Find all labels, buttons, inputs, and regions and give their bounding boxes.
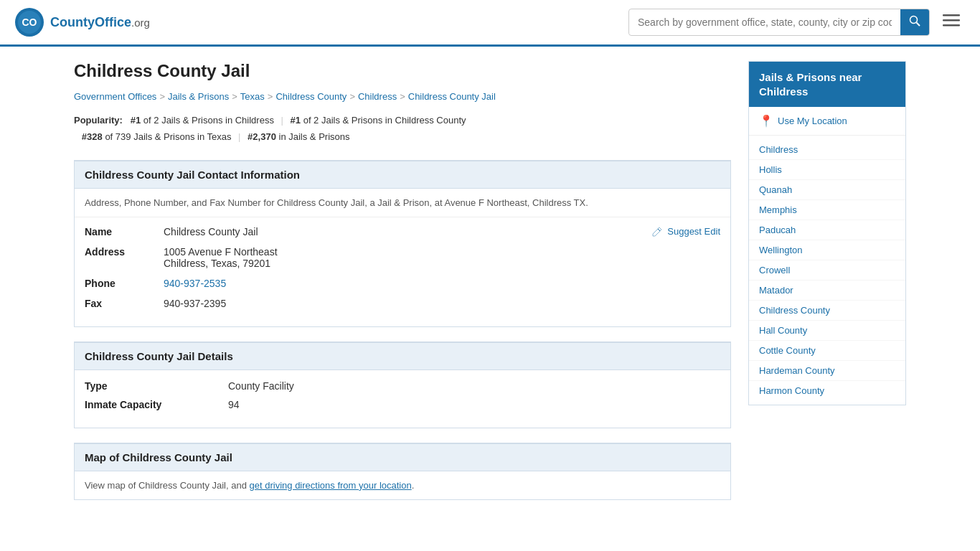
- directions-link[interactable]: get driving directions from your locatio…: [250, 480, 412, 491]
- popularity-section: Popularity: #1 of 2 Jails & Prisons in C…: [74, 112, 731, 146]
- sidebar-link-memphis[interactable]: Memphis: [749, 200, 905, 220]
- svg-point-3: [910, 17, 918, 24]
- suggest-edit-label: Suggest Edit: [667, 226, 720, 237]
- svg-rect-6: [943, 19, 960, 22]
- sidebar-link-cottle-county[interactable]: Cottle County: [749, 341, 905, 361]
- breadcrumb-childress[interactable]: Childress: [358, 91, 397, 102]
- sidebar-links-list: ChildressHollisQuanahMemphisPaducahWelli…: [749, 136, 905, 405]
- use-my-location-link[interactable]: 📍 Use My Location: [749, 107, 905, 136]
- phone-label: Phone: [85, 278, 164, 289]
- rank3-context: of 739 Jails & Prisons in Texas: [105, 131, 231, 142]
- hamburger-icon: [943, 14, 960, 27]
- address-value: 1005 Avenue F Northeast Childress, Texas…: [164, 246, 278, 269]
- details-section: Childress County Jail Details Type Count…: [74, 342, 731, 428]
- sidebar: Jails & Prisons near Childress 📍 Use My …: [748, 61, 906, 514]
- sidebar-link-hardeman-county[interactable]: Hardeman County: [749, 361, 905, 381]
- address-line1: 1005 Avenue F Northeast: [164, 246, 278, 258]
- page-title: Childress County Jail: [74, 61, 731, 81]
- details-table: Type County Facility Inmate Capacity 94: [75, 370, 730, 428]
- content-area: Childress County Jail Government Offices…: [74, 61, 731, 514]
- contact-info-table: Name Childress County Jail Suggest Edit …: [75, 217, 730, 326]
- rank2-context: of 2 Jails & Prisons in Childress County: [303, 115, 466, 126]
- use-location-label: Use My Location: [778, 116, 847, 126]
- logo-icon: CO: [14, 7, 44, 37]
- svg-line-4: [917, 23, 920, 27]
- suggest-edit-link[interactable]: Suggest Edit: [651, 226, 720, 237]
- breadcrumb-sep-3: >: [268, 91, 273, 102]
- map-desc-suffix: .: [412, 480, 415, 491]
- details-type-row: Type County Facility: [85, 380, 720, 392]
- map-section-header: Map of Childress County Jail: [75, 443, 730, 471]
- contact-section: Childress County Jail Contact Informatio…: [74, 160, 731, 327]
- logo: CO CountyOffice.org: [14, 7, 150, 37]
- sidebar-box: Jails & Prisons near Childress 📍 Use My …: [748, 61, 906, 405]
- svg-text:CO: CO: [22, 17, 37, 28]
- capacity-label: Inmate Capacity: [85, 399, 228, 410]
- breadcrumb-sep-5: >: [400, 91, 405, 102]
- header-controls: [628, 9, 966, 36]
- contact-phone-row: Phone 940-937-2535: [85, 278, 720, 289]
- edit-icon: [651, 226, 663, 237]
- rank2-text: #1: [291, 115, 301, 126]
- pipe-1: |: [281, 115, 283, 126]
- details-capacity-row: Inmate Capacity 94: [85, 399, 720, 410]
- menu-button[interactable]: [937, 10, 966, 34]
- popularity-label: Popularity:: [74, 115, 123, 126]
- pipe-2: |: [238, 131, 240, 142]
- capacity-value: 94: [228, 399, 240, 410]
- rank1-text: #1: [131, 115, 141, 126]
- sidebar-link-matador[interactable]: Matador: [749, 281, 905, 301]
- breadcrumb-texas[interactable]: Texas: [240, 91, 265, 102]
- contact-address-row: Address 1005 Avenue F Northeast Childres…: [85, 246, 720, 269]
- breadcrumb-current[interactable]: Childress County Jail: [408, 91, 496, 102]
- map-description: View map of Childress County Jail, and g…: [75, 471, 730, 499]
- svg-rect-7: [943, 24, 960, 27]
- type-label: Type: [85, 380, 228, 392]
- type-value: County Facility: [228, 380, 294, 392]
- rank3-text: #328: [82, 131, 103, 142]
- breadcrumb-childress-county[interactable]: Childress County: [275, 91, 347, 102]
- logo-text: CountyOffice.org: [50, 15, 150, 30]
- rank1-context: of 2 Jails & Prisons in Childress: [143, 115, 274, 126]
- site-header: CO CountyOffice.org: [0, 0, 980, 47]
- address-label: Address: [85, 246, 164, 269]
- rank4-text: #2,370: [248, 131, 276, 142]
- contact-description: Address, Phone Number, and Fax Number fo…: [75, 189, 730, 217]
- contact-fax-row: Fax 940-937-2395: [85, 298, 720, 309]
- sidebar-link-childress-county[interactable]: Childress County: [749, 301, 905, 321]
- name-value: Childress County Jail: [164, 226, 258, 237]
- breadcrumb-gov-offices[interactable]: Government Offices: [74, 91, 156, 102]
- sidebar-link-wellington[interactable]: Wellington: [749, 240, 905, 260]
- sidebar-title: Jails & Prisons near Childress: [749, 62, 905, 107]
- location-pin-icon: 📍: [759, 114, 773, 128]
- sidebar-link-childress[interactable]: Childress: [749, 140, 905, 160]
- search-bar: [628, 9, 930, 36]
- sidebar-link-harmon-county[interactable]: Harmon County: [749, 381, 905, 400]
- svg-rect-5: [943, 14, 960, 17]
- phone-link[interactable]: 940-937-2535: [164, 278, 226, 289]
- search-button[interactable]: [900, 9, 929, 35]
- sidebar-link-crowell[interactable]: Crowell: [749, 260, 905, 281]
- map-section: Map of Childress County Jail View map of…: [74, 443, 731, 500]
- breadcrumb-jails-prisons[interactable]: Jails & Prisons: [168, 91, 229, 102]
- sidebar-link-quanah[interactable]: Quanah: [749, 180, 905, 200]
- phone-value: 940-937-2535: [164, 278, 226, 289]
- sidebar-link-hall-county[interactable]: Hall County: [749, 321, 905, 341]
- map-desc-prefix: View map of Childress County Jail, and: [85, 480, 250, 491]
- rank4-context: in Jails & Prisons: [279, 131, 350, 142]
- breadcrumb-sep-1: >: [159, 91, 165, 102]
- sidebar-link-paducah[interactable]: Paducah: [749, 220, 905, 240]
- main-container: Childress County Jail Government Offices…: [60, 47, 920, 529]
- fax-label: Fax: [85, 298, 164, 309]
- breadcrumb: Government Offices > Jails & Prisons > T…: [74, 91, 731, 102]
- contact-section-header: Childress County Jail Contact Informatio…: [75, 161, 730, 189]
- details-section-header: Childress County Jail Details: [75, 342, 730, 370]
- contact-name-row: Name Childress County Jail Suggest Edit: [85, 226, 720, 237]
- fax-value: 940-937-2395: [164, 298, 226, 309]
- sidebar-link-hollis[interactable]: Hollis: [749, 160, 905, 180]
- name-label: Name: [85, 226, 164, 237]
- breadcrumb-sep-4: >: [349, 91, 355, 102]
- breadcrumb-sep-2: >: [232, 91, 237, 102]
- search-icon: [909, 15, 920, 27]
- search-input[interactable]: [629, 11, 900, 34]
